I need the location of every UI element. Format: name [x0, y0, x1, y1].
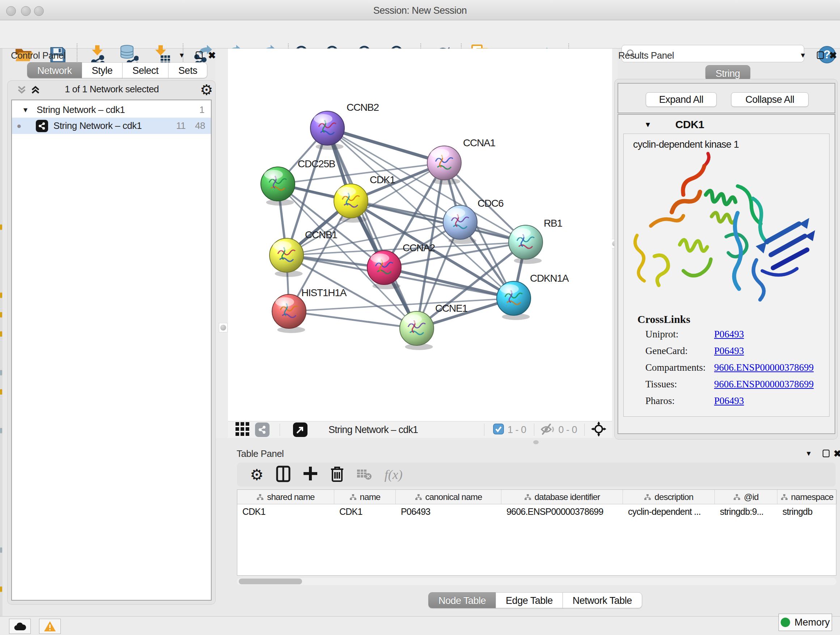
add-column-icon[interactable] — [303, 466, 318, 483]
horizontal-splitter-grip[interactable] — [533, 440, 538, 444]
column-header-name[interactable]: name — [334, 490, 396, 504]
hidden-icon-sliver — [0, 370, 2, 375]
column-header-namespace[interactable]: namespace — [777, 490, 837, 504]
collection-count: 1 — [199, 104, 204, 116]
node-CDC6[interactable]: CDC6 — [443, 198, 504, 244]
toolbar-divider — [279, 424, 280, 436]
results-panel-close-icon[interactable]: ✖ — [829, 50, 837, 61]
column-type-icon — [781, 494, 788, 500]
open-network-in-window-icon[interactable] — [293, 423, 308, 437]
column-header-description[interactable]: description — [623, 490, 715, 504]
hidden-icon-sliver — [0, 389, 2, 394]
control-panel-menu-icon[interactable]: ▼ — [178, 51, 185, 59]
memory-status-dot — [781, 618, 790, 627]
tab-network-table[interactable]: Network Table — [562, 592, 642, 608]
string-style-icon[interactable] — [255, 423, 270, 437]
current-network-dot-icon: ● — [17, 121, 21, 131]
edge-CCNB2-CCNA1[interactable] — [327, 128, 444, 163]
network-view-title: String Network – cdk1 — [328, 424, 418, 435]
table-cell[interactable]: cyclin-dependent ... — [623, 504, 715, 519]
tab-style[interactable]: Style — [82, 62, 123, 78]
node-CCNE1[interactable]: CCNE1 — [400, 302, 468, 350]
table-panel-close-icon[interactable]: ✖ — [834, 448, 840, 459]
network-edge-count: 48 — [195, 120, 205, 131]
edge-HIST1H1A-CCNE1[interactable] — [289, 311, 417, 328]
node-label-CCNA2: CCNA2 — [403, 242, 435, 253]
fit-content-crosshair-icon[interactable] — [591, 421, 606, 438]
node-CCNA1[interactable]: CCNA1 — [427, 137, 496, 185]
hidden-icon-sliver — [0, 312, 2, 318]
crosslink-value-link[interactable]: P06493 — [714, 329, 744, 340]
cloud-status-button[interactable] — [9, 619, 31, 634]
crosslinks-heading: CrossLinks — [638, 313, 690, 325]
protein-expander-icon[interactable]: ▼ — [644, 120, 652, 129]
table-panel-float-icon[interactable] — [823, 450, 829, 457]
tab-node-table[interactable]: Node Table — [428, 592, 496, 608]
column-header-database-identifier[interactable]: database identifier — [501, 490, 623, 504]
column-header-canonical-name[interactable]: canonical name — [396, 490, 501, 504]
table-cell[interactable]: stringdb:9... — [715, 504, 777, 519]
crosslink-value-link[interactable]: 9606.ENSP00000378699 — [714, 362, 813, 373]
edge-CCNB2-CCNE1[interactable] — [327, 128, 417, 328]
status-bar: Memory — [0, 616, 840, 635]
control-panel-title: Control Panel — [11, 50, 65, 61]
collection-expander-icon[interactable]: ▼ — [22, 106, 28, 114]
network-canvas[interactable]: CCNB2CCNA1CDC25BCDK1CDC6RB1CCNB1CCNA2CDK… — [228, 49, 612, 421]
table-panel-menu-icon[interactable]: ▼ — [805, 450, 812, 458]
node-label-CCNE1: CCNE1 — [435, 302, 468, 314]
tab-edge-table[interactable]: Edge Table — [496, 592, 563, 608]
column-type-icon — [256, 494, 264, 500]
column-header-shared-name[interactable]: shared name — [237, 490, 334, 504]
toolbar-divider — [534, 424, 534, 436]
expand-all-button[interactable]: Expand All — [646, 92, 717, 107]
node-table[interactable]: shared namenamecanonical namedatabase id… — [237, 489, 836, 576]
network-options-gear-icon[interactable]: ⚙ — [200, 81, 213, 98]
crosslink-value-link[interactable]: 9606.ENSP00000378699 — [714, 379, 813, 390]
control-panel-close-icon[interactable]: ✖ — [208, 50, 216, 61]
table-cell[interactable]: CDK1 — [334, 504, 396, 519]
network-collection-row[interactable]: ▼ String Network – cdk1 1 — [12, 102, 211, 118]
delete-column-icon[interactable] — [330, 466, 344, 484]
node-CDKN1A[interactable]: CDKN1A — [497, 272, 569, 320]
node-CCNB2[interactable]: CCNB2 — [310, 102, 379, 150]
function-builder-icon[interactable]: f(x) — [385, 467, 403, 482]
results-panel-menu-icon[interactable]: ▼ — [799, 51, 806, 59]
left-splitter-grip[interactable] — [219, 323, 227, 333]
table-cell[interactable]: 9606.ENSP00000378699 — [501, 504, 623, 519]
string-network-icon — [36, 120, 48, 132]
left-splitter[interactable] — [216, 49, 228, 438]
crosslink-value-link[interactable]: P06493 — [714, 345, 744, 356]
toolbar-divider — [584, 424, 584, 436]
tab-network[interactable]: Network — [27, 62, 82, 78]
protein-header-row[interactable]: ▼ CDK1 — [618, 116, 835, 133]
table-horizontal-scrollbar[interactable] — [237, 578, 836, 585]
hidden-icon-sliver — [0, 428, 2, 433]
crosslink-value-link[interactable]: P06493 — [714, 395, 744, 406]
control-panel-float-icon[interactable] — [196, 51, 202, 59]
tab-sets[interactable]: Sets — [168, 62, 207, 78]
column-header-id[interactable]: @id — [715, 490, 777, 504]
table-cell[interactable]: P06493 — [396, 504, 501, 519]
clear-table-icon[interactable] — [356, 467, 372, 482]
collapse-all-button[interactable]: Collapse All — [731, 92, 808, 107]
node-RB1[interactable]: RB1 — [508, 218, 562, 264]
warning-status-button[interactable] — [39, 619, 61, 634]
table-gear-icon[interactable]: ⚙ — [250, 466, 264, 484]
crosslink-row: Tissues:9606.ENSP00000378699 — [645, 379, 826, 390]
tab-select[interactable]: Select — [122, 62, 169, 78]
birdseye-view-icon[interactable] — [235, 421, 250, 438]
show-columns-icon[interactable] — [276, 466, 291, 484]
table-cell[interactable]: stringdb — [777, 504, 837, 519]
memory-button[interactable]: Memory — [778, 614, 832, 631]
results-panel-float-icon[interactable] — [817, 51, 824, 59]
scrollbar-thumb[interactable] — [239, 578, 302, 584]
protein-structure-image — [629, 151, 824, 307]
network-row-selected[interactable]: ● String Network – cdk1 11 48 — [12, 118, 211, 134]
string-network-graph[interactable]: CCNB2CCNA1CDC25BCDK1CDC6RB1CCNB1CCNA2CDK… — [228, 49, 612, 421]
string-results-card: Expand All Collapse All ▼ CDK1 cyclin-de… — [614, 79, 838, 440]
node-label-CDC25B: CDC25B — [298, 158, 335, 169]
table-cell[interactable]: CDK1 — [237, 504, 334, 519]
table-row[interactable]: CDK1CDK1P064939606.ENSP00000378699cyclin… — [237, 504, 836, 519]
network-panel-card: 1 of 1 Network selected ⚙ ▼ String Netwo… — [7, 80, 216, 605]
column-header-label: @id — [744, 492, 759, 502]
